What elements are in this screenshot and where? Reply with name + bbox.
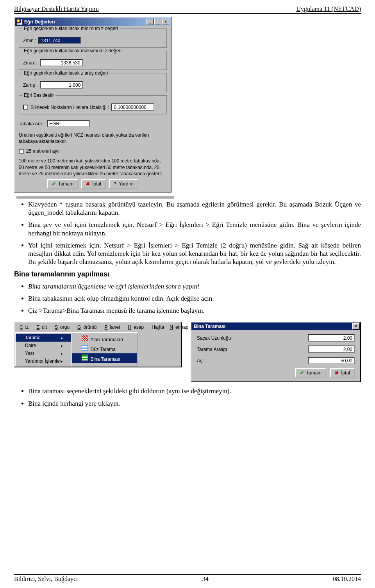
menu-ciz[interactable]: Çiz	[17, 324, 33, 331]
question-icon: ?	[114, 181, 116, 187]
bina-taramasi-dialog: Bina Taraması × Saçak Uzunluğu : Tarama …	[191, 322, 361, 382]
cancel-button[interactable]: ✖İptal	[81, 179, 106, 189]
simplify-input[interactable]	[111, 103, 154, 111]
dialog-title: Eğri Değerleri	[24, 19, 55, 25]
menu-planet[interactable]: Planet	[102, 324, 125, 331]
dialog-shadow	[16, 196, 174, 199]
sacak-input[interactable]	[308, 334, 355, 342]
menu-item-alan-taramalari[interactable]: Alan Taramaları	[72, 334, 137, 344]
cancel-label: İptal	[92, 181, 101, 187]
submenu-tarama: Alan Taramaları Düz Tarama Bina Taraması	[71, 332, 138, 367]
close-icon[interactable]: ×	[162, 19, 169, 25]
bt-ok-label: Tamam	[306, 370, 321, 376]
bt-title: Bina Taraması	[194, 324, 225, 329]
help-label: Yardım	[119, 181, 134, 187]
aralik-input[interactable]	[308, 346, 355, 353]
menubar: Çiz Edit Sorgu Görüntü Planet Hesap Hari…	[15, 323, 181, 332]
note2: 100 metre ve 100 metrenin katı yükseklik…	[19, 158, 167, 177]
ayir25-label: 25 metreleri ayır	[26, 148, 60, 154]
group-simplify-legend: Eğri Basitleştir	[22, 93, 55, 98]
menu-item-yardimci[interactable]: Yardımcı İşlemler	[16, 357, 71, 365]
help-button[interactable]: ?Yardım	[109, 179, 138, 189]
layer-input[interactable]	[47, 120, 90, 127]
menu-sorgu[interactable]: Sorgu	[52, 324, 74, 331]
bt-titlebar[interactable]: Bina Taraması ×	[191, 323, 360, 330]
submenu-ciz: Tarama Daire Yazı Yardımcı İşlemler	[15, 332, 71, 367]
menu-item-tarama[interactable]: Tarama	[16, 334, 71, 342]
note1: Üretilen eşyükselti eğrileri NCZ nesnesi…	[19, 132, 167, 144]
menu-item-daire[interactable]: Daire	[16, 342, 71, 349]
group-zartis: Eğri geçirirken kullanılacak z artış değ…	[19, 73, 167, 92]
header-rule	[14, 13, 361, 14]
titlebar[interactable]: Eğri Değerleri _ □ ×	[15, 18, 171, 26]
x-icon: ✖	[335, 370, 339, 376]
bullet-8: Bina içinde herhangi yere tıklayın.	[28, 399, 361, 408]
zmax-label: Zmax :	[23, 60, 38, 66]
menu-netmap[interactable]: Netmap	[167, 324, 193, 331]
bullet-7: Bina taraması seçeneklerini şekildeki gi…	[28, 387, 361, 395]
footer-right: 08.10.2014	[333, 576, 361, 583]
body-content: Klavyeden * tuşuna basarak görüntüyü taz…	[0, 199, 375, 315]
footer-center: 34	[202, 576, 209, 583]
ok-label: Tamam	[58, 181, 73, 187]
aci-label: Açı :	[197, 358, 206, 363]
group-simplify: Eğri Basitleştir Silinecek Noktaların Ha…	[19, 95, 167, 114]
group-zmin: Eğri geçirirken kullanılacak minimum z d…	[19, 29, 167, 48]
group-zmin-legend: Eğri geçirirken kullanılacak minimum z d…	[22, 26, 120, 31]
header-right: Uygulama 11 (NETCAD)	[296, 5, 361, 12]
menu-item-duz-tarama[interactable]: Düz Tarama	[72, 344, 137, 353]
simplify-label: Silinecek Noktaların Hatlara Uzaklığı :	[30, 105, 109, 110]
menu-edit[interactable]: Edit	[34, 324, 52, 331]
zartis-input[interactable]	[40, 81, 83, 89]
bt-cancel-label: İptal	[341, 370, 350, 376]
aralik-label: Tarama Aralığı :	[197, 347, 230, 352]
menu-hesap[interactable]: Hesap	[126, 324, 149, 331]
egri-degerleri-dialog: Eğri Değerleri _ □ × Eğri geçirirken kul…	[14, 17, 171, 192]
group-zmax-legend: Eğri geçirirken kullanılacak maksimum z …	[22, 48, 123, 53]
check-icon: ✔	[52, 181, 56, 187]
menu-screenshot: Çiz Edit Sorgu Görüntü Planet Hesap Hari…	[14, 322, 182, 367]
layer-label: Tabaka Adı :	[19, 121, 45, 127]
minimize-icon[interactable]: _	[146, 19, 154, 25]
hatch-icon	[82, 355, 88, 361]
zmin-input[interactable]	[38, 37, 81, 44]
ok-button[interactable]: ✔Tamam	[47, 179, 78, 189]
menu-goruntu[interactable]: Görüntü	[75, 324, 101, 331]
bullet-4: Bina taramalarını üçgenleme ve eğri işle…	[28, 282, 361, 290]
simplify-checkbox[interactable]	[23, 105, 28, 110]
hatch-icon	[82, 335, 88, 341]
close-icon[interactable]: ×	[352, 323, 359, 330]
x-icon: ✖	[86, 181, 90, 187]
maximize-icon[interactable]: □	[154, 19, 161, 25]
footer-left: Bildirici, Selvi, Buğdaycı	[14, 576, 78, 583]
menu-item-yazi[interactable]: Yazı	[16, 349, 71, 357]
bullet-6: Çiz >Tarama>Bina Taraması menüsü ile tar…	[28, 306, 361, 315]
zartis-label: Zartış :	[23, 82, 38, 88]
header-left: Bilgisayar Destekli Harita Yapımı	[14, 5, 99, 12]
check-icon: ✔	[300, 370, 304, 376]
ayir25-checkbox[interactable]	[19, 149, 24, 154]
section-title: Bina taramalarının yapılması	[14, 270, 361, 278]
bullet-5: Bina tabakasının açık olup olmadığını ko…	[28, 294, 361, 303]
group-zmax: Eğri geçirirken kullanılacak maksimum z …	[19, 51, 167, 70]
group-zartis-legend: Eğri geçirirken kullanılacak z artış değ…	[22, 70, 109, 76]
page-header: Bilgisayar Destekli Harita Yapımı Uygula…	[0, 0, 375, 13]
bt-ok-button[interactable]: ✔Tamam	[295, 368, 326, 378]
bullet-1: Klavyeden * tuşuna basarak görüntüyü taz…	[28, 200, 361, 217]
page-footer: Bildirici, Selvi, Buğdaycı 34 08.10.2014	[14, 574, 361, 583]
bt-cancel-button[interactable]: ✖İptal	[330, 368, 355, 378]
menu-harita[interactable]: Harita	[149, 324, 166, 331]
bullet-2: Bina şev ve yol içini temizlemek için, N…	[28, 221, 361, 237]
menu-item-bina-taramasi[interactable]: Bina Taraması	[72, 353, 137, 363]
bullet-3: Yol içini temizlemek için, Netsurf > Eğr…	[28, 241, 361, 266]
aci-input[interactable]	[308, 357, 355, 364]
zmax-input[interactable]	[40, 59, 83, 66]
sacak-label: Saçak Uzunluğu :	[197, 335, 234, 341]
zmin-label: Zmin :	[23, 38, 36, 43]
app-icon	[16, 19, 23, 25]
hatch-icon	[82, 345, 88, 351]
